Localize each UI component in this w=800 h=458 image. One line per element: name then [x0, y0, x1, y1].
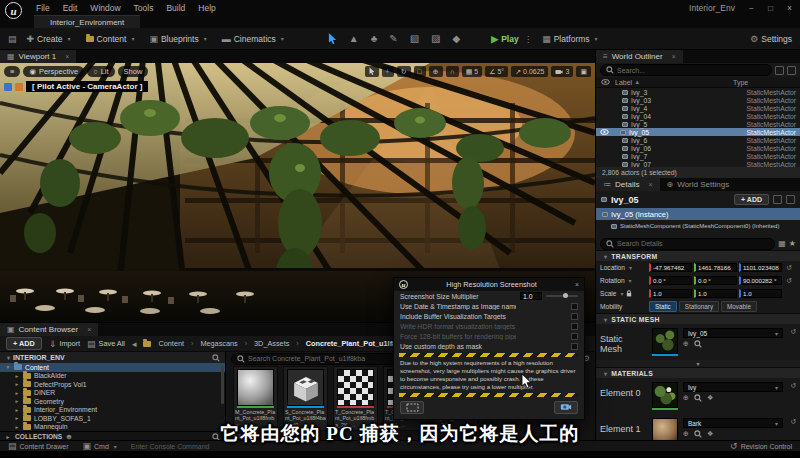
location-z-field[interactable]: 1101.023408	[739, 263, 782, 272]
move-tool-icon[interactable]: +	[382, 66, 394, 77]
maximize-viewport-icon[interactable]: ▣	[576, 66, 591, 77]
save-all-button[interactable]: ▤Save All	[87, 339, 125, 349]
close-icon[interactable]: ×	[65, 53, 69, 60]
tree-item[interactable]: ▸DefectProps Vol1	[0, 380, 225, 389]
outliner-row[interactable]: Ivy_5StaticMeshActor	[596, 120, 800, 128]
scale-x-field[interactable]: 1.0	[649, 289, 692, 298]
location-y-field[interactable]: 1461.78166	[694, 263, 737, 272]
tree-item[interactable]: ▸Geometry	[0, 397, 225, 406]
column-type[interactable]: Type	[733, 79, 795, 86]
menu-edit[interactable]: Edit	[63, 3, 78, 13]
menu-build[interactable]: Build	[166, 3, 185, 13]
reset-icon[interactable]: ↺	[786, 277, 792, 285]
settings-button[interactable]: ⚙Settings	[750, 34, 792, 44]
multiplier-slider[interactable]	[546, 295, 578, 297]
maximize-button[interactable]: □	[768, 3, 773, 13]
close-icon[interactable]: ×	[87, 326, 91, 333]
camera-speed-control[interactable]: 3	[551, 66, 573, 77]
browse-to-icon[interactable]	[694, 340, 702, 348]
content-button[interactable]: Content▾	[81, 32, 140, 46]
brush-edit-mode-icon[interactable]: ✎	[389, 33, 397, 45]
cinematics-button[interactable]: ▬Cinematics▾	[217, 32, 289, 46]
tree-item[interactable]: ▸Interior_Environment	[0, 406, 225, 415]
play-button[interactable]: ▶Play	[491, 34, 518, 44]
outliner-row[interactable]: Ivy_7StaticMeshActor	[596, 152, 800, 160]
close-icon[interactable]: ×	[672, 53, 676, 60]
history-back-icon[interactable]: ◂	[132, 339, 137, 349]
rotate-tool-icon[interactable]: ↻	[397, 66, 411, 77]
viewport-menu-button[interactable]: ≡	[4, 66, 20, 77]
viewport-tab[interactable]: ▦Viewport 1×	[0, 50, 76, 63]
lock-icon[interactable]	[626, 290, 632, 297]
world-settings-tab[interactable]: ⊕World Settings	[660, 178, 737, 191]
mobility-static-button[interactable]: Static	[649, 301, 677, 312]
animation-mode-icon[interactable]: ◆	[453, 33, 461, 45]
component-row[interactable]: StaticMeshComponent (StaticMeshComponent…	[596, 220, 800, 232]
static-mesh-section-header[interactable]: ▾STATIC MESH	[596, 313, 800, 324]
checkbox[interactable]	[571, 313, 578, 320]
multiplier-field[interactable]: 1.0	[520, 292, 542, 300]
foliage-mode-icon[interactable]: ♣	[371, 33, 378, 45]
add-asset-button[interactable]: + ADD	[6, 337, 42, 350]
material-thumbnail[interactable]	[652, 382, 678, 408]
scale-z-field[interactable]: 1.0	[739, 289, 782, 298]
menu-help[interactable]: Help	[198, 3, 215, 13]
lit-button[interactable]: ○Lit	[87, 66, 114, 77]
chevron-down-icon[interactable]: ▾	[5, 364, 11, 370]
mobility-movable-button[interactable]: Movable	[721, 301, 757, 312]
rotation-z-field[interactable]: 90.000282 °	[739, 276, 782, 285]
chevron-right-icon[interactable]: ▸	[14, 407, 20, 413]
eye-icon[interactable]	[600, 129, 609, 135]
checkbox[interactable]	[571, 343, 578, 350]
rotation-snap-toggle[interactable]: ∠5°	[485, 66, 508, 77]
location-x-field[interactable]: -47.967462	[649, 263, 692, 272]
menu-window[interactable]: Window	[90, 3, 120, 13]
advanced-expander[interactable]: ▾	[596, 360, 800, 367]
create-button[interactable]: ✚Create▾	[22, 32, 76, 46]
mobility-stationary-button[interactable]: Stationary	[679, 301, 719, 312]
tree-item[interactable]: ▸BlackAlder	[0, 372, 225, 381]
breadcrumb-item[interactable]: 3D_Assets	[254, 339, 289, 348]
stop-pilot-icon[interactable]	[4, 83, 12, 91]
menu-tools[interactable]: Tools	[134, 3, 154, 13]
minimize-button[interactable]: −	[749, 3, 754, 13]
menu-file[interactable]: File	[36, 3, 50, 13]
grid-snap-toggle[interactable]: ▦5	[462, 66, 483, 77]
select-mode-icon[interactable]	[328, 33, 337, 45]
reset-icon[interactable]: ↺	[786, 264, 792, 272]
outliner-row[interactable]: Ivy_07StaticMeshActor	[596, 160, 800, 167]
materials-section-header[interactable]: ▾MATERIALS	[596, 367, 800, 378]
new-folder-icon[interactable]	[775, 66, 784, 75]
browse-to-icon[interactable]	[694, 394, 702, 402]
reset-icon[interactable]: ↺	[790, 328, 796, 336]
chevron-right-icon[interactable]: ▸	[14, 381, 20, 387]
material-dropdown[interactable]: Ivy▾	[683, 382, 783, 392]
select-tool-icon[interactable]	[365, 66, 379, 77]
landscape-mode-icon[interactable]: ▲	[349, 33, 359, 45]
slider-thumb[interactable]	[563, 293, 568, 298]
eject-pilot-icon[interactable]	[15, 83, 23, 91]
content-browser-tab[interactable]: ▣Content Browser×	[0, 323, 98, 336]
outliner-row[interactable]: Ivy_4StaticMeshActor	[596, 104, 800, 112]
outliner-row[interactable]: Ivy_6StaticMeshActor	[596, 136, 800, 144]
outliner-search-input[interactable]: Search...	[600, 64, 772, 76]
details-search-input[interactable]: Search Details	[600, 238, 775, 250]
outliner-tab[interactable]: ≡World Outliner×	[596, 50, 683, 63]
display-options-icon[interactable]: ▦	[778, 239, 786, 248]
use-selected-icon[interactable]: ⊕	[683, 394, 689, 402]
outliner-settings-icon[interactable]	[787, 66, 796, 75]
save-icon[interactable]: ▤	[8, 34, 17, 44]
checkbox[interactable]	[571, 303, 578, 310]
breadcrumb-item[interactable]: Content	[158, 339, 184, 348]
tree-item-content[interactable]: ▾Content	[0, 363, 225, 372]
favorites-icon[interactable]: ★	[789, 239, 796, 248]
chevron-right-icon[interactable]: ▸	[14, 398, 20, 404]
outliner-row[interactable]: Ivy_03StaticMeshActor	[596, 96, 800, 104]
add-component-button[interactable]: + ADD	[734, 194, 769, 205]
close-icon[interactable]: ×	[575, 281, 579, 288]
blueprints-button[interactable]: ▣Blueprints▾	[144, 32, 211, 46]
breadcrumb-item[interactable]: Megascans	[200, 339, 237, 348]
static-mesh-thumbnail[interactable]	[652, 328, 678, 354]
edit-material-icon[interactable]: ❖	[707, 394, 713, 402]
sources-header[interactable]: ▾ INTERIOR_ENV	[0, 352, 225, 363]
